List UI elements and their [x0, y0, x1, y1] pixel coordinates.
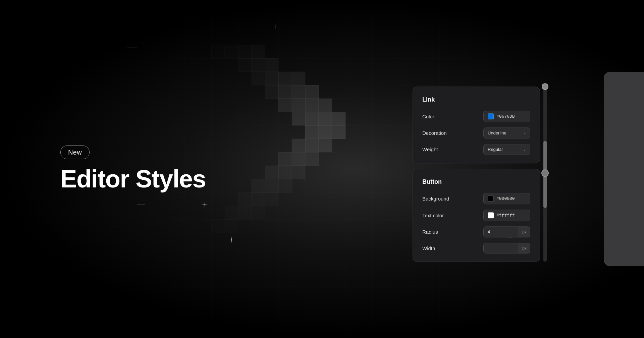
button-width-input[interactable]: px — [483, 243, 530, 253]
svg-rect-24 — [305, 125, 319, 139]
svg-rect-13 — [278, 85, 292, 99]
button-radius-input[interactable]: 4 px — [483, 226, 530, 237]
button-bg-row: Background #000000 — [422, 193, 530, 204]
link-decoration-value: Underline — [488, 130, 506, 135]
button-bg-input[interactable]: #000000 — [483, 193, 530, 204]
svg-rect-40 — [252, 192, 265, 206]
svg-rect-46 — [225, 219, 238, 233]
svg-rect-34 — [278, 166, 292, 179]
button-bg-swatch — [488, 195, 494, 202]
svg-rect-11 — [292, 72, 305, 85]
button-width-label: Width — [422, 245, 435, 251]
link-color-input[interactable]: #0670DB — [483, 111, 530, 122]
svg-rect-10 — [278, 72, 292, 85]
svg-rect-6 — [252, 58, 265, 72]
button-radius-label: Radius — [422, 229, 438, 235]
button-textcolor-label: Text color — [422, 213, 444, 218]
line-deco-1 — [166, 36, 174, 36]
button-width-value — [484, 245, 519, 251]
scrollbar-top-knob[interactable] — [542, 83, 548, 90]
scrollbar-mid-knob[interactable] — [541, 169, 549, 177]
button-textcolor-row: Text color #ffffff — [422, 210, 530, 221]
chevron-down-icon: ⌄ — [523, 131, 526, 135]
svg-rect-41 — [265, 192, 278, 206]
svg-rect-22 — [319, 112, 332, 125]
link-weight-row: Weight Regular ⌄ — [422, 144, 530, 155]
panels-area: Link Color #0670DB Decoration Underline … — [413, 87, 547, 262]
svg-rect-37 — [265, 179, 278, 192]
svg-rect-17 — [292, 99, 305, 112]
line-deco-3 — [127, 48, 137, 48]
svg-rect-44 — [252, 206, 265, 219]
link-weight-dropdown[interactable]: Regular ⌄ — [483, 144, 530, 155]
svg-rect-20 — [292, 112, 305, 125]
svg-rect-29 — [319, 139, 332, 152]
svg-rect-32 — [305, 152, 319, 166]
svg-rect-14 — [292, 85, 305, 99]
svg-rect-15 — [305, 85, 319, 99]
button-width-row: Width px — [422, 243, 530, 253]
svg-rect-9 — [265, 72, 278, 85]
svg-rect-30 — [278, 152, 292, 166]
device-mockup — [604, 72, 644, 266]
svg-rect-38 — [278, 179, 292, 192]
panel-connector-line — [507, 237, 513, 237]
line-deco-5 — [112, 226, 119, 226]
link-decoration-dropdown[interactable]: Underline ⌄ — [483, 127, 530, 138]
link-decoration-label: Decoration — [422, 130, 447, 136]
svg-rect-33 — [265, 166, 278, 179]
button-textcolor-swatch — [488, 212, 494, 218]
svg-rect-31 — [292, 152, 305, 166]
button-textcolor-input[interactable]: #ffffff — [483, 210, 530, 221]
button-radius-row: Radius 4 px — [422, 226, 530, 237]
svg-rect-27 — [292, 139, 305, 152]
new-badge: New — [60, 146, 90, 159]
link-weight-value: Regular — [488, 147, 503, 152]
link-panel-title: Link — [422, 96, 530, 103]
button-textcolor-value: #ffffff — [496, 213, 515, 218]
svg-rect-5 — [238, 58, 252, 72]
button-bg-value: #000000 — [496, 196, 515, 201]
panels-stack: Link Color #0670DB Decoration Underline … — [413, 87, 540, 262]
link-color-value: #0670DB — [496, 114, 515, 119]
chevron-down-icon-2: ⌄ — [523, 148, 526, 151]
link-panel: Link Color #0670DB Decoration Underline … — [413, 87, 540, 163]
svg-rect-28 — [305, 139, 319, 152]
scrollbar-panel — [543, 87, 547, 262]
line-deco-4 — [137, 205, 145, 205]
svg-rect-45 — [211, 219, 225, 233]
line-deco-2 — [175, 36, 175, 36]
button-panel-title: Button — [422, 178, 530, 185]
svg-rect-25 — [319, 125, 332, 139]
link-decoration-row: Decoration Underline ⌄ — [422, 127, 530, 138]
svg-rect-3 — [238, 45, 252, 58]
button-radius-value: 4 — [484, 227, 519, 237]
main-title: Editor Styles — [60, 165, 206, 192]
svg-rect-8 — [252, 72, 265, 85]
svg-rect-43 — [238, 206, 252, 219]
svg-rect-18 — [305, 99, 319, 112]
svg-rect-23 — [332, 112, 345, 125]
scrollbar-track[interactable] — [543, 87, 547, 262]
svg-rect-21 — [305, 112, 319, 125]
svg-rect-7 — [265, 58, 278, 72]
button-width-unit: px — [519, 243, 530, 253]
svg-rect-2 — [225, 45, 238, 58]
link-color-label: Color — [422, 114, 434, 119]
link-color-row: Color #0670DB — [422, 111, 530, 122]
link-color-swatch — [488, 113, 494, 119]
svg-rect-1 — [211, 45, 225, 58]
button-panel: Button Background #000000 Text color #ff… — [413, 169, 540, 262]
svg-rect-36 — [252, 179, 265, 192]
svg-rect-35 — [292, 166, 305, 179]
button-bg-label: Background — [422, 196, 449, 202]
svg-rect-16 — [278, 99, 292, 112]
svg-rect-39 — [238, 192, 252, 206]
svg-rect-42 — [225, 206, 238, 219]
link-weight-label: Weight — [422, 147, 438, 152]
svg-rect-19 — [319, 99, 332, 112]
svg-rect-4 — [252, 45, 265, 58]
button-radius-unit: px — [519, 227, 530, 237]
left-content: New Editor Styles — [60, 146, 206, 192]
svg-rect-26 — [332, 125, 345, 139]
